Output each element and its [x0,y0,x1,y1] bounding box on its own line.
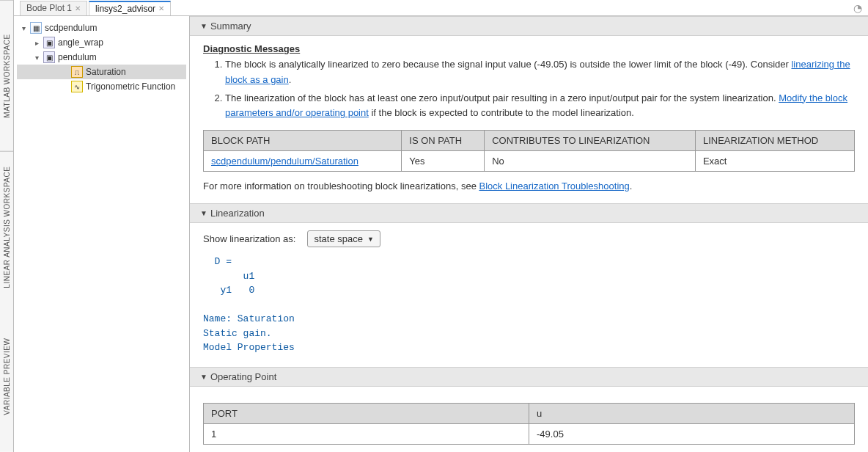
operating-point-table: PORT u 1 -49.05 [203,403,855,445]
th-port: PORT [204,403,529,423]
collapse-icon[interactable]: ▾ [20,24,27,32]
tab-label: linsys2_advisor [95,4,155,14]
linearization-format-dropdown[interactable]: state space ▼ [307,230,380,247]
cell-contributes: No [485,151,696,172]
tabbar: Bode Plot 1 ✕ linsys2_advisor ✕ ◔ [14,0,868,16]
show-as-label: Show linearization as: [203,233,295,244]
tree-trig-function[interactable]: ∿ Trigonometric Function [17,79,186,94]
tab-label: Bode Plot 1 [26,3,72,13]
troubleshooting-link[interactable]: Block Linearization Troubleshooting [479,181,629,192]
block-path-link[interactable]: scdpendulum/pendulum/Saturation [211,156,358,167]
saturation-icon: ⎍ [71,66,83,78]
th-u: u [529,403,855,423]
tree-label: scdpendulum [45,23,97,33]
dropdown-value: state space [314,233,363,244]
th-block-path: BLOCK PATH [204,131,402,151]
more-info-text: For more information on troubleshooting … [203,181,479,192]
diag-text: The linearization of the block has at le… [225,92,779,103]
cell-u: -49.05 [529,423,855,444]
table-row: scdpendulum/pendulum/Saturation Yes No E… [204,151,855,172]
th-method: LINEARIZATION METHOD [695,131,854,151]
linearization-output: D = u1 y1 0 Name: Saturation Static gain… [203,255,855,355]
tab-bode-plot[interactable]: Bode Plot 1 ✕ [20,1,87,15]
th-on-path: IS ON PATH [402,131,485,151]
model-icon: ▦ [30,22,42,34]
vtab-linear-workspace[interactable]: LINEAR ANALYSIS WORKSPACE [0,151,13,302]
tree-saturation[interactable]: ⎍ Saturation [17,65,186,79]
subsystem-icon: ▣ [43,51,55,63]
collapse-icon: ▼ [200,209,207,217]
gear-icon[interactable]: ◔ [853,2,862,14]
more-info-text: . [630,181,633,192]
diagnostic-heading: Diagnostic Messages [203,43,855,54]
section-linearization-header[interactable]: ▼ Linearization [190,203,868,223]
chevron-down-icon: ▼ [367,236,374,243]
tree-pendulum[interactable]: ▾ ▣ pendulum [17,50,186,65]
diag-text: if the block is expected to contribute t… [369,107,634,118]
block-summary-table: BLOCK PATH IS ON PATH CONTRIBUTES TO LIN… [203,130,855,172]
more-info: For more information on troubleshooting … [203,181,855,192]
collapse-icon: ▼ [200,373,207,381]
diag-text: . [289,74,292,85]
collapse-icon[interactable]: ▾ [33,54,40,62]
section-title: Summary [210,21,251,32]
model-tree: ▾ ▦ scdpendulum ▸ ▣ angle_wrap ▾ ▣ pendu… [14,16,190,452]
tree-label: Trigonometric Function [86,81,175,92]
expand-icon[interactable]: ▸ [33,39,40,47]
th-contributes: CONTRIBUTES TO LINEARIZATION [485,131,696,151]
tree-label: Saturation [86,67,126,77]
diag-text: The block is analytically linearized to … [225,59,791,70]
cell-method: Exact [695,151,854,172]
section-operating-point-header[interactable]: ▼ Operating Point [190,367,868,387]
section-title: Linearization [210,208,265,219]
content-panel: ▼ Summary Diagnostic Messages The block … [190,16,868,452]
cell-on-path: Yes [402,151,485,172]
vtab-variable-preview[interactable]: VARIABLE PREVIEW [0,302,13,452]
vertical-tabbar: MATLAB WORKSPACE LINEAR ANALYSIS WORKSPA… [0,0,14,452]
close-icon[interactable]: ✕ [75,4,81,12]
section-operating-point-body: PORT u 1 -49.05 [190,387,868,452]
section-summary-header[interactable]: ▼ Summary [190,16,868,36]
vtab-matlab-workspace[interactable]: MATLAB WORKSPACE [0,0,13,151]
diagnostic-list: The block is analytically linearized to … [203,57,855,121]
tree-label: angle_wrap [58,37,103,48]
collapse-icon: ▼ [200,22,207,30]
subsystem-icon: ▣ [43,37,55,48]
diagnostic-item: The block is analytically linearized to … [225,57,855,88]
close-icon[interactable]: ✕ [158,4,164,12]
tree-label: pendulum [58,52,97,62]
trig-icon: ∿ [71,81,83,92]
cell-port: 1 [204,423,529,444]
section-linearization-body: Show linearization as: state space ▼ D =… [190,223,868,367]
section-summary-body: Diagnostic Messages The block is analyti… [190,36,868,203]
section-title: Operating Point [210,371,276,382]
tab-linsys2-advisor[interactable]: linsys2_advisor ✕ [89,1,171,15]
tree-root[interactable]: ▾ ▦ scdpendulum [17,21,186,35]
tree-angle-wrap[interactable]: ▸ ▣ angle_wrap [17,35,186,50]
table-row: 1 -49.05 [204,423,855,444]
diagnostic-item: The linearization of the block has at le… [225,91,855,122]
